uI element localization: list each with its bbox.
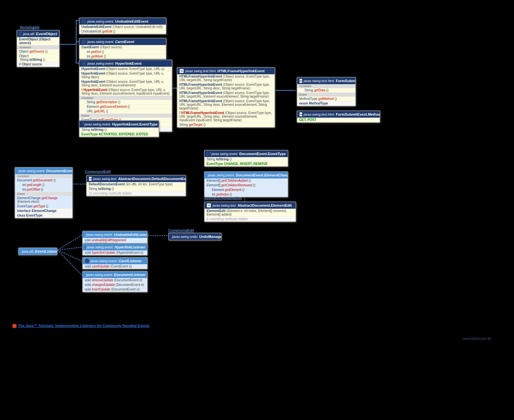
interface-eventlistener[interactable]: java.util.EventListener bbox=[18, 247, 57, 255]
label-compoundedit-2[interactable]: CompoundEdit bbox=[168, 228, 194, 232]
eventobject-title: java.util.EventObject bbox=[17, 31, 59, 37]
class-formsubmitevent-methodtype[interactable]: Ttjavax.swing.text.html.FormSubmitEvent.… bbox=[297, 110, 380, 123]
tt-icon: Tt bbox=[207, 203, 211, 208]
interface-hyperlinklistener[interactable]: javax.swing.event.HyperlinkListener void… bbox=[82, 243, 148, 256]
label-compoundedit-1[interactable]: CompoundEdit bbox=[85, 170, 111, 174]
class-caretevent[interactable]: javax.swing.event.CaretEvent CaretEvent … bbox=[79, 38, 167, 59]
class-undoableeditevent[interactable]: javax.swing.event.UndoableEditEvent Undo… bbox=[79, 17, 167, 35]
label-serializable[interactable]: Serializable bbox=[20, 25, 40, 29]
class-eventobject[interactable]: java.util.EventObject EventObject (Objec… bbox=[16, 30, 60, 67]
interface-documentevent[interactable]: javax.swing.event.DocumentEvent Accessor… bbox=[14, 167, 73, 219]
gear-icon bbox=[19, 32, 22, 36]
class-htmlframehyperlinkevent[interactable]: Ttjavax.swing.text.html.HTMLFrameHyperli… bbox=[177, 67, 275, 128]
class-hyperlinkevent-eventtype[interactable]: ' javax.swing.event.HyperlinkEvent.Event… bbox=[79, 120, 159, 137]
tt-icon: Tt bbox=[299, 112, 302, 117]
tt-icon: Tt bbox=[89, 176, 92, 181]
class-elementedit[interactable]: Ttjavax.swing.text.AbstractDocument.Elem… bbox=[204, 201, 296, 222]
star-icon bbox=[81, 19, 86, 24]
watermark: www.falkhausen.de bbox=[463, 337, 491, 340]
star-icon bbox=[81, 39, 86, 44]
class-formsubmitevent[interactable]: Ttjavax.swing.text.html.FormSubmitEvent … bbox=[297, 77, 356, 106]
class-undomanager[interactable]: javax.swing.undo.UndoManager bbox=[168, 233, 222, 241]
interface-elementchange[interactable]: javax.swing.event.DocumentEvent.ElementC… bbox=[204, 171, 288, 198]
star-icon bbox=[81, 61, 86, 66]
eventobject-ctor: EventObject (Object source) bbox=[17, 37, 59, 45]
footer-tutorial-link[interactable]: The Java™ Tutorials: Implementing Listen… bbox=[18, 324, 149, 328]
star-icon bbox=[207, 152, 209, 156]
star-icon bbox=[85, 245, 85, 249]
star-icon bbox=[85, 259, 89, 263]
interface-documentlistener[interactable]: javax.swing.event.DocumentListener void … bbox=[82, 271, 148, 292]
tt-icon: Tt bbox=[179, 69, 184, 73]
class-defaultdocumentevent[interactable]: Ttjavax.swing.text.AbstractDocument.Defa… bbox=[86, 175, 186, 197]
class-documentevent-eventtype[interactable]: ' javax.swing.event.DocumentEvent.EventT… bbox=[204, 150, 288, 167]
tt-icon: Tt bbox=[299, 79, 302, 83]
interface-caretlistener[interactable]: javax.swing.event.CaretListener void car… bbox=[82, 257, 148, 269]
oracle-icon bbox=[12, 324, 16, 328]
